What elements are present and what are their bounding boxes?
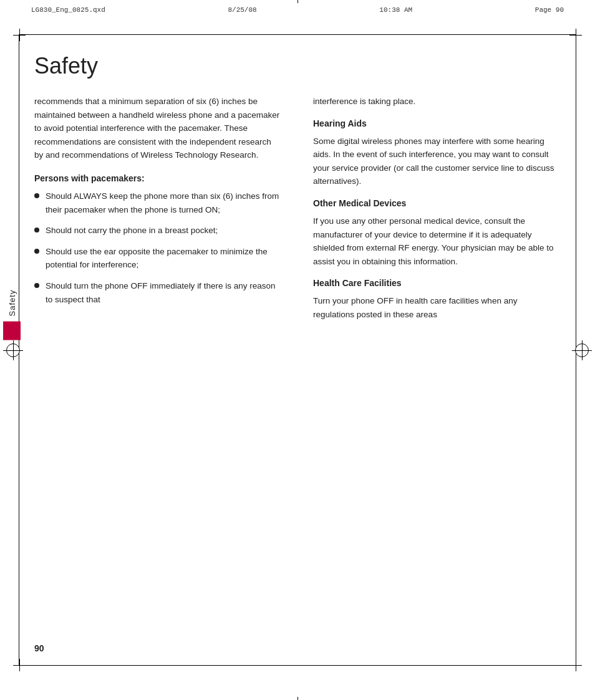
bullet-text-2: Should not carry the phone in a breast p… (46, 224, 218, 237)
border-top (19, 34, 576, 35)
list-item: Should turn the phone OFF immediately if… (34, 279, 282, 306)
pacemakers-heading: Persons with pacemakers: (34, 173, 282, 183)
bullet-text-3: Should use the ear opposite the pacemake… (46, 245, 282, 272)
header-bar: LG830_Eng_0825.qxd 8/25/08 10:38 AM Page… (31, 6, 564, 14)
bullet-dot (34, 249, 39, 254)
bullet-text-1: Should ALWAYS keep the phone more than s… (46, 189, 282, 216)
page-title: Safety (34, 53, 561, 79)
crosshair-top-left (13, 29, 26, 41)
other-medical-text: If you use any other personal medical de… (313, 214, 561, 268)
health-care-text: Turn your phone OFF in health care facil… (313, 294, 561, 321)
crosshair-bottom-right (569, 659, 582, 671)
header-time: 10:38 AM (379, 6, 412, 14)
border-bottom (19, 665, 576, 666)
header-filename: LG830_Eng_0825.qxd (31, 6, 105, 14)
two-column-layout: recommends that a minimum separation of … (34, 95, 561, 332)
bullet-list: Should ALWAYS keep the phone more than s… (34, 189, 282, 306)
crosshair-top-right (569, 29, 582, 41)
other-medical-heading: Other Medical Devices (313, 198, 561, 208)
health-care-heading: Health Care Facilities (313, 278, 561, 288)
side-tab: Safety (3, 290, 21, 340)
list-item: Should use the ear opposite the pacemake… (34, 245, 282, 272)
hearing-aids-heading: Hearing Aids (313, 118, 561, 128)
interference-text: interference is taking place. (313, 95, 561, 108)
header-date: 8/25/08 (228, 6, 256, 14)
list-item: Should ALWAYS keep the phone more than s… (34, 189, 282, 216)
bullet-dot (34, 228, 39, 233)
header-page: Page 90 (535, 6, 564, 14)
intro-paragraph: recommends that a minimum separation of … (34, 95, 282, 162)
list-item: Should not carry the phone in a breast p… (34, 224, 282, 237)
bullet-text-4: Should turn the phone OFF immediately if… (46, 279, 282, 306)
bullet-dot (34, 283, 39, 288)
right-column: interference is taking place. Hearing Ai… (307, 95, 561, 332)
crosshair-bottom-left (13, 659, 26, 671)
bullet-dot (34, 193, 39, 198)
side-tab-label: Safety (7, 290, 17, 317)
page-number: 90 (34, 643, 44, 653)
content-area: Safety recommends that a minimum separat… (34, 44, 561, 656)
left-column: recommends that a minimum separation of … (34, 95, 288, 332)
hearing-aids-text: Some digital wireless phones may interfe… (313, 135, 561, 188)
side-tab-color-bar (3, 322, 21, 340)
